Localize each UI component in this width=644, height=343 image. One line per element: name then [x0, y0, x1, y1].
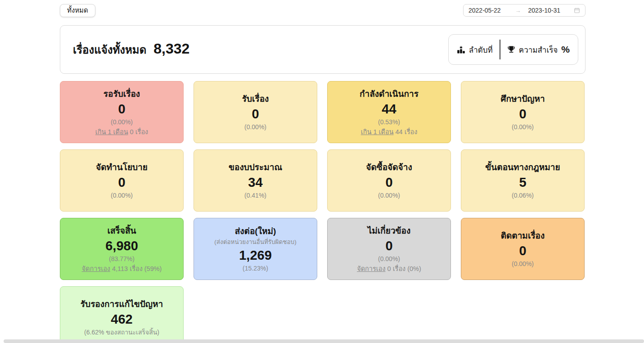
status-card-value: 44 — [382, 100, 396, 117]
ranking-star-icon — [457, 45, 465, 54]
trophy-icon — [507, 45, 515, 54]
status-card-extra-line: เกิน 1 เดือน 0 เรื่อง — [95, 127, 148, 137]
status-card[interactable]: รับเรื่อง0(0.00%) — [194, 81, 317, 143]
status-card[interactable]: ขั้นตอนทางกฎหมาย5(0.06%) — [461, 149, 585, 212]
horizontal-scrollbar[interactable] — [4, 339, 644, 343]
status-card-percent: (6.62% ของสถานะเสร็จสิ้น) — [84, 328, 159, 337]
start-date-input[interactable]: 2022-05-22 — [468, 7, 514, 14]
status-card[interactable]: จัดซื้อจัดจ้าง0(0.00%) — [327, 149, 451, 212]
status-card-title: กำลังดำเนินการ — [360, 88, 419, 100]
status-card-link[interactable]: เกิน 1 เดือน — [95, 128, 128, 135]
status-card-value: 0 — [519, 242, 526, 259]
status-card-title: เสร็จสิ้น — [107, 225, 136, 237]
status-card[interactable]: ติดตามเรื่อง0(0.00%) — [461, 218, 585, 280]
range-arrow-icon: → — [514, 7, 522, 14]
success-percent-suffix: % — [561, 44, 570, 55]
status-card-value: 5 — [519, 174, 526, 191]
status-card-value: 6,980 — [105, 237, 138, 254]
status-card-percent: (0.00%) — [512, 259, 534, 269]
status-card[interactable]: ไม่เกี่ยวข้อง0(0.00%)จัดการเอง 0 เรื่อง … — [327, 218, 451, 280]
summary-card: เรื่องแจ้งทั้งหมด 8,332 ลำดับที่ — [60, 25, 585, 74]
status-card[interactable]: รอรับเรื่อง0(0.00%)เกิน 1 เดือน 0 เรื่อง — [60, 81, 184, 143]
calendar-icon — [574, 7, 580, 14]
status-card-title: รอรับเรื่อง — [104, 88, 140, 100]
status-card-title: ติดตามเรื่อง — [501, 230, 545, 242]
summary-actions-box: ลำดับที่ ความสำเร็จ % — [448, 34, 578, 65]
status-card-link[interactable]: เกิน 1 เดือน — [361, 128, 394, 135]
status-card[interactable]: กำลังดำเนินการ44(0.53%)เกิน 1 เดือน 44 เ… — [327, 81, 451, 143]
status-card-percent: (0.41%) — [244, 191, 266, 200]
summary-total-count: 8,332 — [153, 41, 189, 57]
status-card[interactable]: ส่งต่อ(ใหม่)(ส่งต่อหน่วยงานอื่นที่รับผิด… — [194, 218, 317, 280]
status-card-percent: (0.00%) — [378, 191, 400, 200]
status-card-value: 462 — [111, 311, 132, 328]
filter-all-button[interactable]: ทั้งหมด — [60, 4, 95, 17]
status-card-title: จัดทำนโยบาย — [96, 161, 148, 174]
status-card-extra-line: จัดการเอง 4,113 เรื่อง (59%) — [82, 264, 162, 274]
end-date-input[interactable]: 2023-10-31 — [522, 7, 574, 14]
status-card[interactable]: ศึกษาปัญหา0(0.00%) — [461, 81, 585, 143]
status-card[interactable]: ของบประมาณ34(0.41%) — [194, 149, 317, 212]
status-card-title: ขั้นตอนทางกฎหมาย — [485, 161, 560, 174]
status-card[interactable]: จัดทำนโยบาย0(0.00%) — [60, 149, 184, 212]
status-card-value: 0 — [252, 105, 259, 122]
status-card-percent: (0.00%) — [512, 122, 534, 132]
status-card-link[interactable]: จัดการเอง — [82, 265, 110, 272]
status-card-title: ไม่เกี่ยวข้อง — [368, 225, 411, 237]
status-card-value: 0 — [519, 105, 526, 122]
status-card-percent: (83.77%) — [109, 254, 135, 264]
status-card-extra-line: จัดการเอง 0 เรื่อง (0%) — [357, 264, 421, 274]
dashboard-page: ทั้งหมด 2022-05-22 → 2023-10-31 เรื่องแจ… — [60, 4, 585, 343]
status-card-extra-line: เกิน 1 เดือน 44 เรื่อง — [361, 127, 417, 137]
status-card-title: รับรองการแก้ไขปัญหา — [81, 298, 163, 311]
status-card-value: 0 — [385, 237, 392, 254]
status-card-percent: (0.00%) — [111, 117, 133, 127]
status-card-title: ของบประมาณ — [229, 161, 282, 174]
status-card-percent: (0.00%) — [378, 254, 400, 264]
date-range-picker[interactable]: 2022-05-22 → 2023-10-31 — [463, 4, 585, 17]
status-card-title: จัดซื้อจัดจ้าง — [366, 161, 412, 174]
status-card-link[interactable]: จัดการเอง — [357, 265, 385, 272]
ranking-button[interactable]: ลำดับที่ — [457, 44, 493, 56]
status-card-title: รับเรื่อง — [242, 93, 269, 105]
status-card-subtitle: (ส่งต่อหน่วยงานอื่นที่รับผิดชอบ) — [214, 238, 296, 247]
status-card[interactable]: รับรองการแก้ไขปัญหา462(6.62% ของสถานะเสร… — [60, 286, 184, 343]
summary-title: เรื่องแจ้งทั้งหมด — [73, 41, 146, 59]
status-card-value: 34 — [248, 174, 262, 191]
status-card-percent: (0.00%) — [244, 122, 266, 132]
success-rate-button[interactable]: ความสำเร็จ % — [507, 44, 570, 56]
summary-total-group: เรื่องแจ้งทั้งหมด 8,332 — [73, 41, 189, 59]
status-card-value: 0 — [118, 174, 125, 191]
actions-divider — [500, 40, 500, 59]
status-card-percent: (0.06%) — [512, 191, 534, 200]
status-card-percent: (0.53%) — [378, 117, 400, 127]
status-card-value: 1,269 — [239, 247, 272, 264]
ranking-button-label: ลำดับที่ — [469, 44, 493, 56]
status-card-value: 0 — [118, 100, 125, 117]
status-card-value: 0 — [385, 174, 392, 191]
status-card-percent: (0.00%) — [111, 191, 133, 200]
top-bar: ทั้งหมด 2022-05-22 → 2023-10-31 — [60, 4, 585, 17]
status-card-percent: (15.23%) — [243, 264, 268, 273]
status-cards-grid: รอรับเรื่อง0(0.00%)เกิน 1 เดือน 0 เรื่อง… — [60, 81, 585, 343]
status-card[interactable]: เสร็จสิ้น6,980(83.77%)จัดการเอง 4,113 เร… — [60, 218, 184, 280]
success-button-label: ความสำเร็จ — [519, 44, 558, 56]
status-card-title: ส่งต่อ(ใหม่) — [235, 225, 276, 238]
status-card-title: ศึกษาปัญหา — [500, 93, 545, 105]
